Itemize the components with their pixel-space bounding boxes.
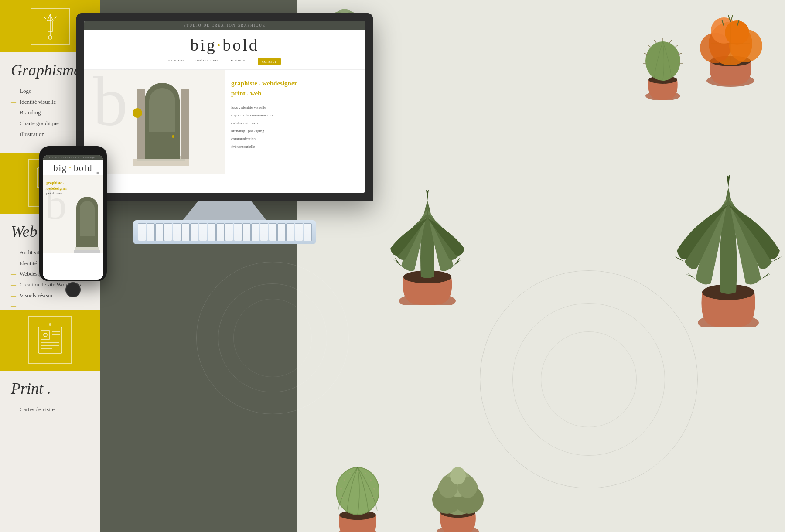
service-3: création site web — [231, 119, 358, 127]
phone-tagline: graphiste . webdesigner print . web — [46, 180, 67, 196]
phone-door-container — [73, 192, 101, 253]
print-section: Print . Cartes de visite — [0, 371, 100, 424]
svg-point-1 — [48, 36, 52, 39]
svg-line-62 — [669, 40, 672, 43]
svg-line-63 — [654, 40, 656, 43]
monitor-stand — [181, 201, 268, 222]
svg-point-22 — [49, 323, 51, 326]
tagline-line1: graphiste . webdesigner — [231, 78, 358, 89]
site-hero-right: graphiste . webdesigner print . web logo… — [225, 70, 365, 174]
svg-point-77 — [365, 473, 366, 474]
plant-7 — [314, 443, 401, 532]
phone-mockup: STUDIO DE CRÉATION GRAPHIQUE big·bold ≡ … — [39, 146, 107, 281]
phone-logo: big·bold — [43, 160, 103, 175]
phone-logo-dot: · — [69, 163, 72, 173]
service-1: logo . identité visuelle — [231, 103, 358, 111]
site-services-list: logo . identité visuelle supports de com… — [231, 103, 358, 150]
svg-point-78 — [349, 473, 351, 474]
deco-circle-3 — [233, 299, 312, 377]
nav-realisations[interactable]: réalisations — [195, 58, 218, 65]
phone-logo-area: big·bold ≡ — [43, 160, 103, 175]
svg-point-16 — [44, 333, 47, 337]
svg-line-3 — [44, 17, 46, 19]
monitor-screen: STUDIO DE CRÉATION GRAPHIQUE big·bold se… — [84, 21, 365, 193]
plant-4 — [366, 166, 488, 307]
list-item-cartes: Cartes de visite — [11, 404, 89, 415]
svg-point-79 — [370, 479, 372, 481]
svg-rect-14 — [38, 327, 62, 353]
icon-box-3 — [0, 310, 100, 371]
service-2: supports de communication — [231, 111, 358, 119]
deco-arc-3 — [541, 331, 637, 427]
service-5: communication — [231, 135, 358, 143]
phone-hamburger-icon[interactable]: ≡ — [96, 170, 99, 175]
svg-line-64 — [675, 45, 678, 47]
phone-body: STUDIO DE CRÉATION GRAPHIQUE big·bold ≡ … — [39, 146, 107, 281]
site-hero: b — [84, 70, 365, 174]
tagline-line2: print . web — [231, 89, 358, 99]
hero-bg-letter: b — [93, 70, 128, 142]
keyboard — [133, 220, 316, 244]
plant-5 — [628, 22, 698, 102]
nav-contact[interactable]: contact — [258, 58, 281, 65]
phone-tagline-line2: webdesigner — [46, 186, 67, 191]
svg-point-80 — [344, 479, 345, 481]
svg-point-60 — [645, 41, 680, 81]
svg-line-4 — [55, 17, 57, 19]
site-header: STUDIO DE CRÉATION GRAPHIQUE — [84, 21, 365, 30]
print-title: Print . — [11, 379, 89, 398]
print-list: Cartes de visite — [11, 404, 89, 415]
desktop-mockup: STUDIO DE CRÉATION GRAPHIQUE big·bold se… — [76, 13, 373, 240]
phone-home-button[interactable] — [65, 282, 81, 297]
studio-label: STUDIO DE CRÉATION GRAPHIQUE — [93, 24, 356, 27]
phone-header: STUDIO DE CRÉATION GRAPHIQUE — [43, 155, 103, 160]
phone-hero: b graphiste . webdesigner print . web — [43, 175, 103, 253]
svg-point-76 — [357, 471, 358, 472]
phone-notch — [65, 151, 82, 155]
plant-6 — [659, 153, 785, 329]
nav-studio[interactable]: le studio — [229, 58, 247, 65]
plant-8 — [419, 447, 497, 532]
monitor-body: STUDIO DE CRÉATION GRAPHIQUE big·bold se… — [76, 13, 373, 201]
phone-tagline-line1: graphiste . — [46, 180, 67, 186]
site-nav: services réalisations le studio contact — [84, 58, 365, 70]
site-logo: big·bold — [84, 30, 365, 58]
pen-icon — [39, 12, 61, 41]
site-tagline: graphiste . webdesigner print . web — [231, 78, 358, 98]
print-icon — [35, 323, 65, 358]
hero-door — [124, 74, 202, 170]
service-6: évènementielle — [231, 143, 358, 150]
svg-point-75 — [337, 468, 379, 514]
svg-point-93 — [450, 467, 466, 484]
logo-dot: · — [217, 36, 223, 54]
svg-point-82 — [340, 488, 342, 490]
svg-rect-15 — [41, 331, 50, 339]
svg-point-81 — [373, 488, 375, 490]
phone-tagline-line3: print . web — [46, 191, 67, 196]
service-4: branding . packaging — [231, 127, 358, 135]
phone-screen: STUDIO DE CRÉATION GRAPHIQUE big·bold ≡ … — [43, 155, 103, 280]
svg-point-84 — [341, 497, 343, 498]
svg-point-40 — [725, 20, 749, 45]
svg-point-83 — [372, 497, 374, 498]
phone-studio-label: STUDIO DE CRÉATION GRAPHIQUE — [46, 157, 100, 159]
nav-services[interactable]: services — [168, 58, 184, 65]
svg-line-65 — [648, 45, 651, 47]
